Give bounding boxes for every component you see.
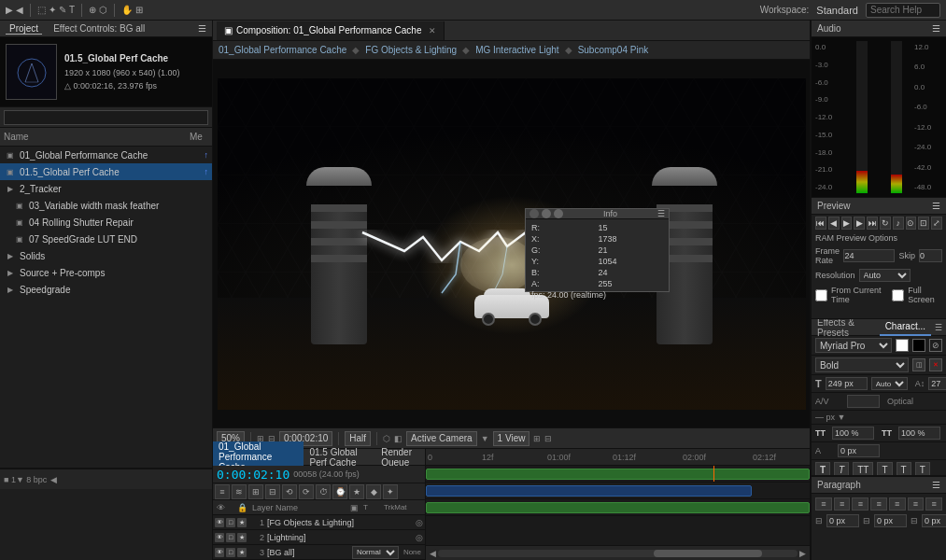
tl-btn-11[interactable]: ✦ [383,484,398,499]
timeline-tab-1[interactable]: 01.5 Global Perf Cache [304,447,375,468]
justify-left-btn[interactable]: ≡ [870,497,887,511]
layer-solo-icon[interactable]: ◎ [416,533,423,542]
tl-btn-5[interactable]: ⟲ [282,484,297,499]
list-item[interactable]: ▶ 2_Tracker [0,180,212,197]
indent-left-input[interactable] [826,514,859,527]
scroll-right-icon[interactable]: ▶ [799,549,806,558]
skip-input[interactable] [919,249,942,262]
camera-button[interactable]: Active Camera [406,431,477,446]
effects-panel-menu[interactable]: ☰ [931,323,946,332]
align-left-btn[interactable]: ≡ [815,497,832,511]
stroke-width-icon[interactable]: ◫ [912,358,925,371]
panel-menu-icon[interactable]: ☰ [198,23,206,34]
kerning-icon[interactable]: ✕ [929,358,942,371]
layer-shy-icon[interactable]: ★ [237,518,247,527]
preview-panel-menu[interactable]: ☰ [932,201,940,211]
font-color-swatch-2[interactable] [912,339,925,352]
prev-prev-btn[interactable]: ◀ [828,217,840,230]
justify-all-btn[interactable]: ≡ [925,497,942,511]
style-btn-sub[interactable]: T [915,462,930,476]
layer-eye-icon[interactable]: 👁 [215,518,224,527]
timeline-tab-2[interactable]: Render Queue [375,447,425,468]
leading-input[interactable] [928,377,946,390]
breadcrumb-item-3[interactable]: Subcomp04 Pink [578,45,649,55]
search-input[interactable] [866,3,940,18]
baseline-shift-input[interactable] [838,444,880,457]
prev-loop-btn[interactable]: ↻ [880,217,891,230]
tl-btn-4[interactable]: ⊟ [265,484,280,499]
tl-btn-3[interactable]: ⊞ [248,484,263,499]
justify-center-btn[interactable]: ≡ [889,497,906,511]
scrollbar-thumb[interactable] [654,550,762,557]
justify-right-btn[interactable]: ≡ [908,497,925,511]
tab-effects-controls[interactable]: Effect Controls: BG all [49,23,148,35]
comp-tab-close-button[interactable]: ✕ [429,26,436,35]
size-auto-select[interactable]: Auto [871,377,908,390]
tl-btn-1[interactable]: ≡ [215,484,230,499]
layer-mode-select[interactable]: Normal [352,546,399,559]
tab-project[interactable]: Project [6,23,42,35]
scroll-left-icon[interactable]: ◀ [430,549,436,558]
info-max-btn[interactable] [554,209,563,218]
prev-audio-btn[interactable]: ♪ [893,217,904,230]
camera-dropdown-icon[interactable]: ▼ [481,434,489,443]
comp-tab-main[interactable]: ▣ Composition: 01_Global Performance Cac… [217,21,445,40]
layer-lock-icon[interactable]: □ [226,533,235,542]
style-btn-small-caps[interactable]: T [877,462,892,476]
tl-btn-6[interactable]: ⟳ [299,484,314,499]
layer-lock-icon[interactable]: □ [226,518,235,527]
tl-btn-7[interactable]: ⏱ [316,484,331,499]
list-item[interactable]: ▶ Source + Pre-comps [0,264,212,281]
view-button[interactable]: 1 View [493,431,530,446]
frame-rate-input[interactable] [843,249,895,262]
layer-shy-icon[interactable]: ★ [237,548,247,557]
tracking-input[interactable] [847,395,880,408]
list-item[interactable]: ▶ Solids [0,247,212,264]
h-scale-input[interactable] [832,427,874,440]
indent-first-input[interactable] [922,514,946,527]
prev-play-btn[interactable]: ▶ [841,217,853,230]
prev-live-btn[interactable]: ⊙ [906,217,917,230]
indent-right-input[interactable] [874,514,907,527]
font-style-select[interactable]: Bold [815,357,909,372]
align-right-btn[interactable]: ≡ [852,497,868,511]
layer-eye-icon[interactable]: 👁 [215,548,224,557]
prev-first-btn[interactable]: ⏮ [815,217,826,230]
list-item[interactable]: ▶ Speedgrade [0,281,212,298]
breadcrumb-item-2[interactable]: MG Interactive Light [475,45,558,55]
layer-eye-icon[interactable]: 👁 [215,533,224,542]
scrollbar-track[interactable] [438,550,798,557]
project-search-input[interactable] [4,110,208,125]
style-btn-super[interactable]: T [897,462,911,476]
character-tab[interactable]: Charact... [880,319,931,336]
from-current-checkbox[interactable] [815,289,827,301]
tl-btn-8[interactable]: ⌚ [332,484,347,499]
list-item[interactable]: ▣ 03_Variable width mask feather [0,197,212,214]
quality-button[interactable]: Half [345,431,371,446]
font-color-swatch[interactable] [896,339,909,352]
info-panel-menu[interactable]: ☰ [657,209,665,218]
audio-panel-menu[interactable]: ☰ [932,23,940,34]
style-btn-all-caps[interactable]: TT [853,462,873,476]
layer-solo-icon[interactable]: ◎ [416,518,423,527]
list-item[interactable]: ▣ 07 SpeedGrade LUT END [0,231,212,247]
prev-draft-btn[interactable]: ⊡ [918,217,929,230]
info-close-btn[interactable] [529,209,539,218]
playhead[interactable] [713,466,714,482]
style-btn-faux-bold[interactable]: T [815,462,830,476]
resolution-select[interactable]: Auto [859,269,911,282]
tl-btn-10[interactable]: ◆ [366,484,381,499]
style-btn-faux-italic[interactable]: T [834,462,849,476]
layer-lock-icon[interactable]: □ [226,548,235,557]
breadcrumb-item-0[interactable]: 01_Global Performance Cache [219,45,346,55]
full-screen-checkbox[interactable] [892,289,904,301]
info-min-btn[interactable] [542,209,551,218]
tl-btn-9[interactable]: ★ [349,484,364,499]
layer-shy-icon[interactable]: ★ [237,533,247,542]
prev-next-btn[interactable]: ▶ [854,217,865,230]
list-item[interactable]: ▣ 01_Global Performance Cache ↑ [0,147,212,163]
list-item[interactable]: ▣ 01.5_Global Perf Cache ↑ [0,163,212,180]
font-size-input[interactable] [826,377,868,390]
font-family-select[interactable]: Myriad Pro [815,338,892,353]
v-scale-input[interactable] [898,427,940,440]
